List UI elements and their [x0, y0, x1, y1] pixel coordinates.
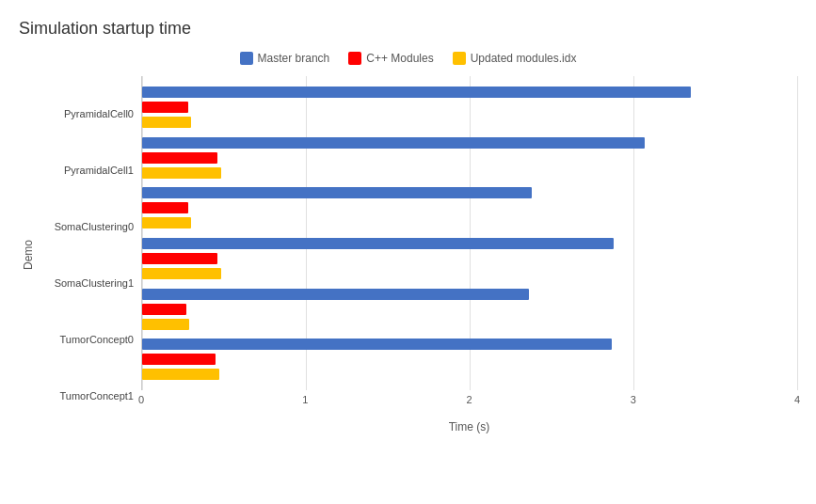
bar-master-1: [142, 137, 645, 149]
bar-master-4: [142, 289, 529, 300]
y-category-labels: PyramidalCell0PyramidalCell1SomaClusteri…: [38, 76, 141, 433]
grid-and-bars: [141, 76, 797, 390]
y-label-2: SomaClustering0: [38, 201, 141, 252]
x-axis: 01234: [141, 390, 797, 418]
legend-item-2: Updated modules.idx: [453, 52, 577, 65]
bar-row-cpp-4: [142, 303, 797, 316]
bar-cpp-5: [142, 354, 216, 365]
bar-row-updated-1: [142, 166, 797, 180]
bar-row-updated-4: [142, 318, 797, 331]
legend-label-1: C++ Modules: [366, 52, 433, 65]
bar-row-updated-5: [142, 368, 797, 381]
bar-group-1: [142, 133, 797, 183]
x-tick-2: 2: [466, 394, 472, 405]
bar-master-2: [142, 187, 532, 198]
bar-row-cpp-1: [142, 151, 797, 165]
bar-updated-3: [142, 268, 221, 279]
bar-row-master-2: [142, 186, 797, 199]
bar-row-cpp-0: [142, 101, 797, 114]
bar-cpp-4: [142, 304, 186, 315]
bar-master-5: [142, 339, 612, 350]
bar-master-3: [142, 238, 614, 249]
bars-container: [142, 76, 797, 390]
y-label-0: PyramidalCell0: [38, 88, 141, 139]
bar-cpp-1: [142, 152, 217, 164]
legend-swatch-0: [240, 52, 253, 65]
bar-row-updated-3: [142, 267, 797, 280]
bar-row-master-1: [142, 136, 797, 150]
bar-row-cpp-5: [142, 353, 797, 366]
y-label-4: TumorConcept0: [38, 314, 141, 365]
bar-row-updated-2: [142, 216, 797, 229]
bar-updated-2: [142, 217, 191, 228]
legend-label-0: Master branch: [258, 52, 330, 65]
bar-row-cpp-2: [142, 201, 797, 214]
x-tick-0: 0: [138, 394, 144, 405]
bar-updated-5: [142, 369, 219, 380]
bar-cpp-3: [142, 253, 217, 264]
legend: Master branch C++ Modules Updated module…: [19, 52, 797, 65]
bar-group-3: [142, 233, 797, 284]
chart-container: Simulation startup time Master branch C+…: [0, 0, 816, 504]
legend-swatch-1: [348, 52, 361, 65]
bar-cpp-2: [142, 202, 188, 213]
legend-item-0: Master branch: [240, 52, 330, 65]
x-tick-3: 3: [631, 394, 636, 405]
chart-body: Demo PyramidalCell0PyramidalCell1SomaClu…: [19, 76, 797, 433]
chart-title: Simulation startup time: [19, 19, 797, 39]
plot-area: 01234 Time (s): [141, 76, 797, 433]
legend-item-1: C++ Modules: [348, 52, 433, 65]
x-tick-1: 1: [302, 394, 308, 405]
y-label-5: TumorConcept1: [38, 370, 141, 421]
bar-group-0: [142, 82, 797, 133]
bar-updated-4: [142, 319, 189, 330]
bar-group-4: [142, 284, 797, 335]
y-axis-label: Demo: [19, 76, 38, 433]
legend-label-2: Updated modules.idx: [471, 52, 577, 65]
y-label-3: SomaClustering1: [38, 258, 141, 308]
bar-row-master-3: [142, 237, 797, 250]
bar-row-updated-0: [142, 116, 797, 129]
x-tick-4: 4: [794, 394, 800, 405]
bar-group-2: [142, 182, 797, 233]
legend-swatch-2: [453, 52, 466, 65]
bar-group-5: [142, 334, 797, 385]
bar-row-cpp-3: [142, 252, 797, 265]
x-axis-label: Time (s): [141, 420, 797, 433]
bar-updated-0: [142, 117, 191, 128]
bar-row-master-4: [142, 288, 797, 301]
bar-updated-1: [142, 167, 221, 179]
y-label-1: PyramidalCell1: [38, 145, 141, 196]
bar-row-master-0: [142, 86, 797, 99]
bar-cpp-0: [142, 102, 188, 113]
grid-line-4: [797, 76, 798, 390]
bar-row-master-5: [142, 338, 797, 351]
bar-master-0: [142, 87, 691, 98]
